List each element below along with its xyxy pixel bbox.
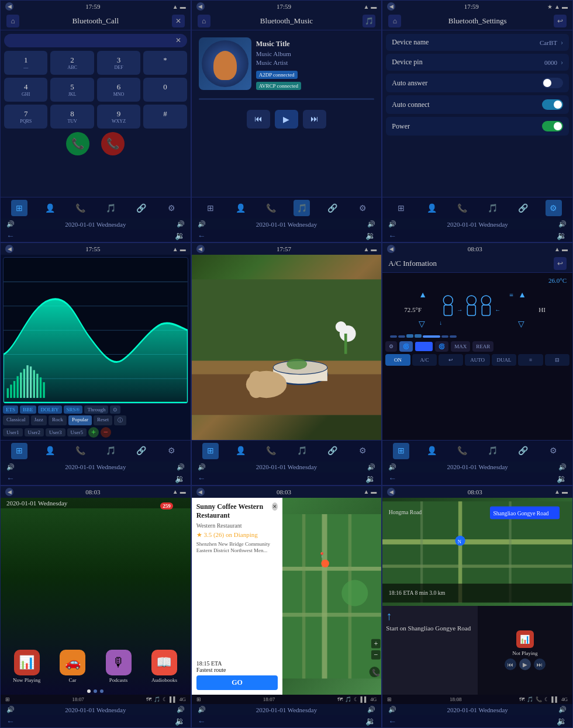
vol-down-8[interactable]: 🔉 [365, 716, 375, 726]
np-next[interactable]: ⏭ [534, 658, 546, 670]
nav-link-3[interactable]: 🔗 [515, 200, 531, 216]
ac-defrost2-btn[interactable]: ⊟ [545, 354, 569, 366]
play-button[interactable]: ▶ [275, 110, 298, 129]
back-button-1[interactable]: ◀ [5, 2, 13, 11]
dial-8[interactable]: 8TUV [50, 105, 94, 129]
back-arrow-6[interactable]: ← [388, 474, 396, 483]
ac-defrost-btn[interactable]: ≡ [518, 354, 543, 366]
back-arrow-2[interactable]: ← [198, 231, 206, 241]
clear-icon[interactable]: ✕ [175, 36, 181, 45]
nav-music-1[interactable]: 🎵 [102, 200, 119, 216]
nav-gear-2[interactable]: ⚙ [354, 200, 371, 216]
nav-link-6[interactable]: 🔗 [515, 443, 531, 459]
setting-auto-answer[interactable]: Auto answer [386, 74, 569, 92]
user-preset-2[interactable]: User2 [25, 428, 44, 436]
back-arrow-4[interactable]: ← [6, 474, 15, 483]
nav-user-6[interactable]: 👤 [423, 443, 440, 459]
ac-on-btn[interactable]: ON [385, 354, 410, 366]
vol-left-5[interactable]: 🔊 [198, 463, 206, 471]
back-arrow-3[interactable]: ← [388, 231, 396, 241]
vol-down-7[interactable]: 🔉 [175, 716, 185, 726]
vol-down-5[interactable]: 🔉 [365, 474, 375, 484]
dial-2[interactable]: 2ABC [50, 51, 94, 75]
nav-phone-6[interactable]: 📞 [454, 443, 471, 459]
progress-bar[interactable] [199, 98, 375, 100]
nav-music-4[interactable]: 🎵 [102, 443, 119, 459]
setting-power[interactable]: Power [386, 117, 569, 136]
home-button-2[interactable]: ⌂ [198, 15, 210, 27]
vol-left-6[interactable]: 🔊 [388, 463, 396, 471]
nav-gear-3[interactable]: ⚙ [546, 200, 562, 216]
app-podcasts[interactable]: 🎙 Podcasts [97, 650, 140, 683]
nav-phone-5[interactable]: 📞 [263, 443, 279, 459]
music-icon-9[interactable]: 🎵 [527, 696, 533, 702]
setting-auto-connect[interactable]: Auto connect [386, 95, 569, 114]
vol-left-3[interactable]: 🔊 [388, 220, 396, 228]
vol-down-3[interactable]: 🔉 [557, 231, 567, 241]
back-button-9[interactable]: ◀ [387, 488, 395, 496]
vol-down-4[interactable]: 🔉 [175, 474, 185, 484]
nav-user-1[interactable]: 👤 [42, 200, 58, 216]
map-icon-9[interactable]: 🗺 [519, 696, 524, 702]
back-button-5[interactable]: ◀ [196, 245, 205, 253]
np-play[interactable]: ▶ [519, 658, 531, 670]
nav-grid-2[interactable]: ⊞ [202, 200, 219, 216]
back-button-8[interactable]: ◀ [196, 488, 205, 496]
map-icon-7[interactable]: 🗺 [146, 696, 151, 702]
auto-answer-toggle[interactable] [542, 78, 563, 88]
nav-gear-5[interactable]: ⚙ [354, 443, 371, 459]
vol-right-8[interactable]: 🔊 [367, 706, 375, 713]
go-button[interactable]: GO [196, 675, 278, 690]
next-button[interactable]: ⏭ [303, 110, 326, 129]
back-button-3[interactable]: ◀ [387, 2, 395, 11]
nav-user-3[interactable]: 👤 [423, 200, 440, 216]
app-now-playing[interactable]: 📊 Now Playing [5, 650, 48, 683]
back-button-6[interactable]: ◀ [387, 245, 395, 253]
ac-ac-btn[interactable]: A/C [412, 354, 437, 366]
nav-grid-1[interactable]: ⊞ [11, 200, 27, 216]
vol-right-9[interactable]: 🔊 [558, 706, 567, 713]
nav-phone-3[interactable]: 📞 [454, 200, 471, 216]
user-preset-5[interactable]: User5 [67, 428, 87, 436]
ac-recir-btn[interactable]: ↩ [439, 354, 463, 366]
grid-icon-7[interactable]: ⊞ [5, 696, 10, 702]
vol-down-1[interactable]: 🔉 [175, 231, 185, 241]
ac-fan-btn[interactable]: 🌀 [399, 341, 413, 352]
preset-reset[interactable]: Reset [94, 415, 112, 425]
vol-right-2[interactable]: 🔊 [367, 220, 375, 228]
music-icon-7[interactable]: 🎵 [154, 696, 160, 702]
eq-srs[interactable]: SRS® [64, 405, 83, 414]
dial-hash[interactable]: # [143, 105, 187, 129]
preset-jazz[interactable]: Jazz [31, 415, 47, 425]
grid-icon-8[interactable]: ⊞ [196, 696, 201, 702]
nav-link-1[interactable]: 🔗 [133, 200, 149, 216]
ac-dual-btn[interactable]: DUAL [492, 354, 516, 366]
dot-2[interactable] [94, 689, 97, 693]
dial-0[interactable]: 0 [143, 78, 187, 102]
nav-phone-4[interactable]: 📞 [72, 443, 88, 459]
app-audiobooks[interactable]: 📖 Audiobooks [143, 650, 185, 683]
nav-phone-1[interactable]: 📞 [72, 200, 88, 216]
vol-down-9[interactable]: 🔉 [557, 716, 567, 726]
nav-user-2[interactable]: 👤 [233, 200, 249, 216]
vol-right-7[interactable]: 🔊 [177, 706, 185, 713]
home-button-3[interactable]: ⌂ [388, 15, 401, 27]
nav-music-5[interactable]: 🎵 [294, 443, 310, 459]
ac-auto-btn[interactable]: AUTO [465, 354, 489, 366]
back-arrow-7[interactable]: ← [6, 717, 15, 726]
dot-1[interactable] [87, 689, 91, 693]
eq-dolby[interactable]: DOLBY [38, 405, 62, 414]
nav-grid-5[interactable]: ⊞ [202, 443, 219, 459]
back-arrow-5[interactable]: ← [198, 474, 206, 483]
nav-grid-3[interactable]: ⊞ [393, 200, 409, 216]
back-button-2[interactable]: ◀ [196, 2, 205, 11]
call-button[interactable]: 📞 [66, 132, 89, 155]
vol-down-6[interactable]: 🔉 [557, 474, 567, 484]
nav-grid-4[interactable]: ⊞ [11, 443, 27, 459]
back-button-4[interactable]: ◀ [5, 245, 13, 253]
eq-bbe[interactable]: BBE [20, 405, 36, 414]
vol-left-1[interactable]: 🔊 [6, 220, 15, 228]
add-preset-button[interactable]: + [88, 427, 99, 438]
nav-user-5[interactable]: 👤 [233, 443, 249, 459]
end-call-button[interactable]: 📞 [101, 132, 125, 155]
